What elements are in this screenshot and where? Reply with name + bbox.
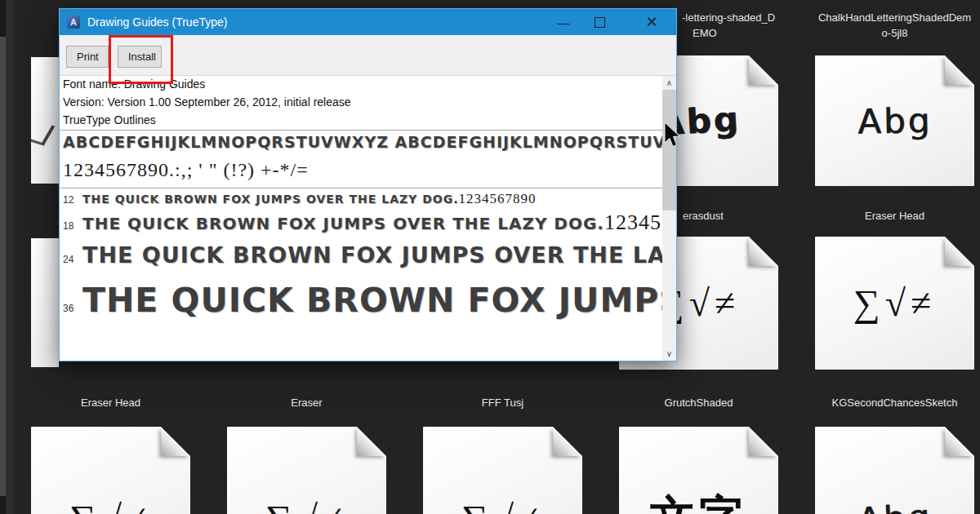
- font-file-icon[interactable]: ∑√≠: [815, 237, 974, 370]
- font-file-label: Eraser: [227, 395, 386, 410]
- font-viewer-app-icon: A: [67, 16, 80, 29]
- scroll-down-icon[interactable]: ∨: [662, 347, 676, 361]
- font-preview-glyph: ∑√≠: [461, 497, 544, 514]
- page-fold-icon: [357, 427, 386, 456]
- font-file-icon[interactable]: ∑√≠: [423, 427, 582, 514]
- maximize-icon: [595, 17, 605, 28]
- size-sample-row: 18THE QUICK BROWN FOX JUMPS OVER THE LAZ…: [60, 210, 662, 235]
- font-preview-glyph: ∑√≠: [853, 281, 936, 325]
- install-highlight-annotation: [109, 35, 173, 84]
- font-preview-glyph: Abg: [858, 100, 933, 142]
- page-fold-icon: [749, 237, 778, 266]
- font-file-label: GrutchShaded: [619, 395, 778, 410]
- font-file-label: Eraser Head: [815, 208, 974, 224]
- vertical-scrollbar[interactable]: ∧ ∨: [662, 76, 676, 361]
- size-label: 12: [63, 194, 82, 206]
- pangram-sample: THE QUICK BROWN FOX JUMPS OVER THE LAZY …: [82, 242, 662, 268]
- label-line: o-5jl8: [882, 27, 908, 39]
- page-fold-icon: [945, 55, 974, 85]
- partial-font-file-icon[interactable]: [31, 238, 59, 367]
- size-label: 36: [63, 303, 82, 314]
- font-file-icon[interactable]: Abg: [815, 427, 974, 514]
- font-file-label: ChalkHandLetteringShadedDem o-5jl8: [815, 10, 974, 41]
- partial-font-file-icon[interactable]: [31, 57, 59, 184]
- font-file-label: FFF Tusj: [423, 395, 582, 410]
- close-button[interactable]: ✕: [634, 9, 670, 35]
- size-sample-row: 12THE QUICK BROWN FOX JUMPS OVER THE LAZ…: [60, 191, 662, 207]
- pangram-sample: THE QUICK BROWN FOX JUMPS OVER THE LAZY …: [82, 281, 662, 320]
- mouse-cursor: [663, 122, 683, 149]
- label-line: ChalkHandLetteringShadedDem: [818, 11, 971, 24]
- maximize-button[interactable]: [581, 9, 617, 35]
- scrollbar-thumb[interactable]: [662, 90, 676, 210]
- font-file-label: erasdust: [683, 208, 724, 224]
- left-scrollbar-thumb[interactable]: [0, 37, 6, 496]
- font-file-icon[interactable]: ∑√≠: [227, 427, 386, 514]
- font-file-label: KGSecondChancesSketch: [815, 395, 974, 410]
- size-sample-row: 24THE QUICK BROWN FOX JUMPS OVER THE LAZ…: [60, 238, 662, 269]
- size-sample-row: 36THE QUICK BROWN FOX JUMPS OVER THE LAZ…: [60, 274, 662, 321]
- page-fold-icon: [749, 427, 778, 456]
- font-file-label: -lettering-shaded_D EMO: [682, 10, 775, 41]
- scroll-up-icon[interactable]: ∧: [662, 76, 676, 90]
- pangram-sample: THE QUICK BROWN FOX JUMPS OVER THE LAZY …: [82, 214, 604, 233]
- glyph-fragment: [31, 121, 55, 145]
- alphabet-sample: ABCDEFGHIJKLMNOPQRSTUVWXYZ ABCDEFGHIJKLM…: [63, 133, 663, 151]
- font-preview-content: Font name: Drawing Guides Version: Versi…: [60, 76, 676, 361]
- size-label: 24: [63, 254, 82, 265]
- fonts-folder-desktop: -lettering-shaded_D EMO ChalkHandLetteri…: [0, 0, 980, 514]
- digits-sample: 1234567890: [604, 210, 662, 234]
- pangram-sample: THE QUICK BROWN FOX JUMPS OVER THE LAZY …: [82, 193, 458, 206]
- font-version-line: Version: Version 1.00 September 26, 2012…: [63, 95, 351, 109]
- font-outlines-line: TrueType Outlines: [63, 113, 156, 126]
- minimize-button[interactable]: —: [546, 9, 581, 35]
- font-preview-glyph: Abg: [857, 496, 933, 514]
- font-preview-glyph: 文字: [650, 487, 748, 514]
- font-file-label: Eraser Head: [31, 395, 190, 410]
- page-fold-icon: [945, 237, 974, 266]
- font-file-icon[interactable]: Abg: [815, 55, 974, 186]
- label-line: EMO: [682, 27, 717, 39]
- font-preview-glyph: ∑√≠: [69, 497, 152, 514]
- page-fold-icon: [945, 427, 974, 456]
- page-fold-icon: [749, 55, 778, 85]
- print-button[interactable]: Print: [66, 46, 109, 68]
- separator: [60, 130, 662, 131]
- size-label: 18: [63, 220, 82, 232]
- separator: [60, 188, 662, 188]
- window-title: Drawing Guides (TrueType): [87, 16, 227, 29]
- page-fold-icon: [553, 427, 582, 456]
- symbols-sample: 1234567890.:,; ' " (!?) +-*/=: [63, 159, 309, 181]
- label-line: -lettering-shaded_D: [682, 11, 775, 24]
- digits-sample: 1234567890: [458, 191, 536, 206]
- font-file-icon[interactable]: 文字: [619, 427, 778, 514]
- left-panel-edge: [6, 0, 14, 514]
- font-preview-glyph: ∑√≠: [265, 497, 348, 514]
- titlebar[interactable]: A Drawing Guides (TrueType) — ✕: [60, 9, 676, 35]
- font-file-icon[interactable]: ∑√≠: [31, 427, 190, 514]
- page-fold-icon: [161, 427, 190, 456]
